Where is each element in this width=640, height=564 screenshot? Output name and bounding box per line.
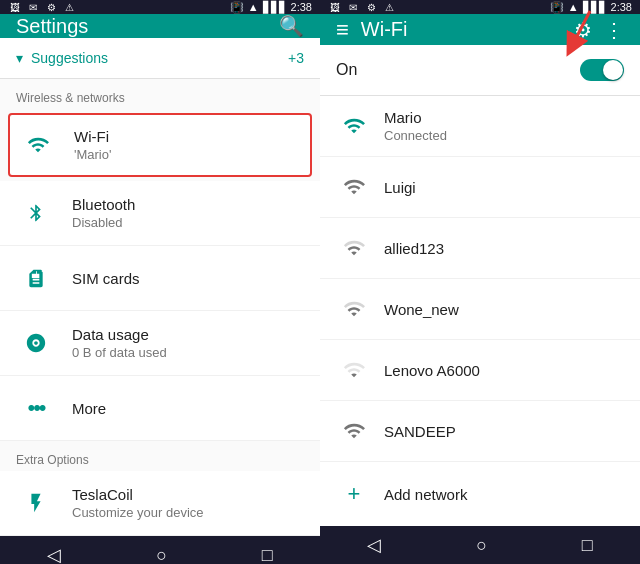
wone-text: Wone_new: [384, 301, 459, 318]
wone-wifi-icon: [336, 291, 372, 327]
wone-signal-icon: [343, 298, 365, 320]
more-options-icon[interactable]: ⋮: [604, 18, 624, 42]
left-status-icons: 🖼 ✉ ⚙ ⚠: [8, 0, 76, 14]
r-vibrate-icon: 📳: [550, 1, 564, 14]
data-text-wrap: Data usage 0 B of data used: [72, 326, 167, 360]
search-icon[interactable]: 🔍: [279, 14, 304, 38]
left-bottom-nav: ◁ ○ □: [0, 536, 320, 564]
wireless-section-header: Wireless & networks: [0, 79, 320, 109]
bluetooth-text-wrap: Bluetooth Disabled: [72, 196, 135, 230]
r-time-display: 2:38: [611, 1, 632, 13]
sandeep-wifi-icon: [336, 413, 372, 449]
r-home-button[interactable]: ○: [452, 527, 511, 564]
sim-icon: [26, 266, 46, 290]
more-list-item[interactable]: ••• More: [0, 376, 320, 441]
add-network-label: Add network: [384, 486, 467, 503]
allied-signal-icon: [343, 237, 365, 259]
right-toolbar: ≡ Wi-Fi ⚙ ⋮: [320, 14, 640, 45]
more-text-wrap: More: [72, 400, 106, 417]
sim-icon-wrap: [16, 258, 56, 298]
signal-icon: ▋▋▋: [263, 1, 287, 14]
data-usage-list-item[interactable]: Data usage 0 B of data used: [0, 311, 320, 376]
settings-icon: ⚙: [44, 0, 58, 14]
suggestions-label: Suggestions: [31, 50, 108, 66]
suggestions-count: +3: [288, 50, 304, 66]
network-wone[interactable]: Wone_new: [320, 279, 640, 340]
lenovo-text: Lenovo A6000: [384, 362, 480, 379]
more-icon-wrap: •••: [16, 388, 56, 428]
right-left-status-icons: 🖼 ✉ ⚙ ⚠: [328, 0, 396, 14]
wifi-toggle-row: On: [320, 45, 640, 96]
home-button[interactable]: ○: [132, 537, 191, 565]
settings-title: Settings: [16, 15, 88, 38]
lenovo-wifi-icon: [336, 352, 372, 388]
wifi-on-label: On: [336, 61, 357, 79]
more-primary: More: [72, 400, 106, 417]
mario-text: Mario Connected: [384, 109, 447, 143]
bluetooth-list-item[interactable]: Bluetooth Disabled: [0, 181, 320, 246]
bluetooth-icon: [26, 201, 46, 225]
mario-status: Connected: [384, 128, 447, 143]
allied-wifi-icon: [336, 230, 372, 266]
r-message-icon: ✉: [346, 0, 360, 14]
add-network-item[interactable]: + Add network: [320, 462, 640, 526]
right-status-icons: 📳 ▲ ▋▋▋ 2:38: [230, 1, 312, 14]
mario-name: Mario: [384, 109, 447, 126]
right-panel: 🖼 ✉ ⚙ ⚠ 📳 ▲ ▋▋▋ 2:38 ≡ Wi-Fi ⚙ ⋮: [320, 0, 640, 564]
network-mario[interactable]: Mario Connected: [320, 96, 640, 157]
left-panel: 🖼 ✉ ⚙ ⚠ 📳 ▲ ▋▋▋ 2:38 Settings 🔍 ▾ Sugges…: [0, 0, 320, 564]
bluetooth-secondary: Disabled: [72, 215, 135, 230]
extra-section-header: Extra Options: [0, 441, 320, 471]
wifi-icon-wrap: [18, 125, 58, 165]
mario-wifi-icon: [336, 108, 372, 144]
network-luigi[interactable]: Luigi: [320, 157, 640, 218]
left-status-bar: 🖼 ✉ ⚙ ⚠ 📳 ▲ ▋▋▋ 2:38: [0, 0, 320, 14]
lenovo-signal-icon: [343, 359, 365, 381]
r-wifi-status-icon: ▲: [568, 1, 579, 13]
wifi-toggle-switch[interactable]: [580, 59, 624, 81]
sim-list-item[interactable]: SIM cards: [0, 246, 320, 311]
hamburger-icon[interactable]: ≡: [336, 17, 349, 43]
data-secondary: 0 B of data used: [72, 345, 167, 360]
bluetooth-primary: Bluetooth: [72, 196, 135, 213]
vibrate-icon: 📳: [230, 1, 244, 14]
recent-button[interactable]: □: [238, 537, 297, 565]
wifi-settings-icon[interactable]: ⚙: [574, 18, 592, 42]
r-settings-icon: ⚙: [364, 0, 378, 14]
tesla-secondary: Customize your device: [72, 505, 204, 520]
time-display: 2:38: [291, 1, 312, 13]
wifi-text-wrap: Wi-Fi 'Mario': [74, 128, 111, 162]
warning-icon: ⚠: [62, 0, 76, 14]
tesla-icon: [25, 492, 47, 514]
sandeep-name: SANDEEP: [384, 423, 456, 440]
sandeep-signal-icon: [343, 420, 365, 442]
r-image-icon: 🖼: [328, 0, 342, 14]
r-signal-icon: ▋▋▋: [583, 1, 607, 14]
luigi-name: Luigi: [384, 179, 416, 196]
message-icon: ✉: [26, 0, 40, 14]
suggestions-row[interactable]: ▾ Suggestions +3: [0, 38, 320, 79]
wifi-list-item[interactable]: Wi-Fi 'Mario': [8, 113, 312, 177]
right-bottom-nav: ◁ ○ □: [320, 526, 640, 564]
network-lenovo[interactable]: Lenovo A6000: [320, 340, 640, 401]
tesla-list-item[interactable]: TeslaCoil Customize your device: [0, 471, 320, 536]
r-warning-icon: ⚠: [382, 0, 396, 14]
luigi-signal-icon: [343, 176, 365, 198]
allied-text: allied123: [384, 240, 444, 257]
left-toolbar: Settings 🔍: [0, 14, 320, 38]
sandeep-text: SANDEEP: [384, 423, 456, 440]
back-button[interactable]: ◁: [23, 536, 85, 564]
tesla-text-wrap: TeslaCoil Customize your device: [72, 486, 204, 520]
lenovo-name: Lenovo A6000: [384, 362, 480, 379]
luigi-text: Luigi: [384, 179, 416, 196]
wifi-secondary: 'Mario': [74, 147, 111, 162]
data-primary: Data usage: [72, 326, 167, 343]
wifi-primary: Wi-Fi: [74, 128, 111, 145]
r-back-button[interactable]: ◁: [343, 526, 405, 564]
network-sandeep[interactable]: SANDEEP: [320, 401, 640, 462]
wifi-status-icon: ▲: [248, 1, 259, 13]
network-allied[interactable]: allied123: [320, 218, 640, 279]
right-status-bar: 🖼 ✉ ⚙ ⚠ 📳 ▲ ▋▋▋ 2:38: [320, 0, 640, 14]
sim-primary: SIM cards: [72, 270, 140, 287]
r-recent-button[interactable]: □: [558, 527, 617, 564]
